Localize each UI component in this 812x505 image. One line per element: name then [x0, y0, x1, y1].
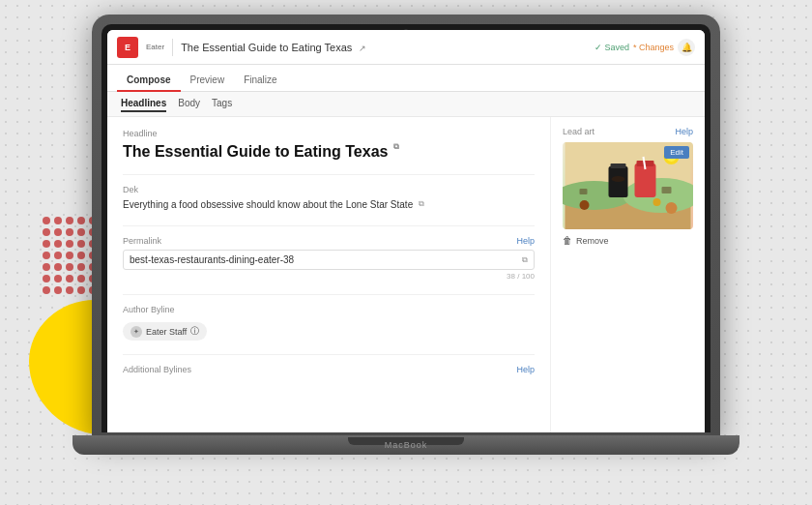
external-link-icon[interactable]: ↗: [359, 44, 366, 53]
sub-tab-body[interactable]: Body: [178, 96, 200, 112]
eater-logo: E: [117, 37, 138, 58]
left-panel: Headline The Essential Guide to Eating T…: [107, 117, 550, 432]
sub-tabs: Headlines Body Tags: [107, 92, 705, 117]
author-byline-label: Author byline: [123, 305, 535, 314]
permalink-label: Permalink: [123, 236, 161, 246]
svg-point-24: [77, 252, 85, 259]
svg-point-42: [43, 286, 50, 294]
svg-rect-60: [580, 189, 588, 194]
lead-art-edit-button[interactable]: Edit: [664, 146, 689, 159]
lead-art-header: Lead art Help: [563, 127, 693, 136]
app-ui: E Eater The Essential Guide to Eating Te…: [107, 30, 705, 432]
svg-point-7: [43, 228, 50, 236]
headline-value: The Essential Guide to Eating Texas ⧉: [123, 142, 535, 161]
divider: [172, 39, 173, 56]
svg-point-37: [66, 275, 73, 282]
lead-art-remove-button[interactable]: 🗑 Remove: [563, 235, 693, 246]
screen-content: E Eater The Essential Guide to Eating Te…: [107, 30, 705, 432]
svg-rect-52: [611, 163, 626, 168]
macbook-label: MacBook: [385, 440, 428, 450]
separator-4: [123, 354, 535, 355]
svg-point-58: [666, 202, 678, 214]
top-bar: E Eater The Essential Guide to Eating Te…: [107, 30, 705, 65]
svg-point-10: [77, 228, 85, 236]
svg-point-21: [43, 252, 50, 259]
author-byline-group: Author byline ✦ Eater Staff ⓘ: [123, 305, 535, 341]
author-info-icon[interactable]: ⓘ: [190, 325, 199, 338]
notification-icon[interactable]: 🔔: [678, 39, 695, 56]
separator-2: [123, 225, 535, 226]
checkmark-icon: ✓: [594, 43, 602, 52]
lead-art-help[interactable]: Help: [675, 127, 693, 136]
svg-point-45: [77, 286, 85, 294]
permalink-char-count: 38 / 100: [123, 272, 535, 281]
svg-point-44: [66, 286, 73, 294]
svg-point-22: [54, 252, 62, 259]
svg-point-15: [54, 240, 62, 248]
sub-tab-tags[interactable]: Tags: [212, 96, 232, 112]
permalink-help[interactable]: Help: [516, 236, 535, 246]
svg-point-57: [580, 200, 590, 210]
top-bar-actions: ✓ Saved * Changes 🔔: [594, 39, 695, 56]
svg-point-8: [54, 228, 62, 236]
svg-point-1: [54, 217, 62, 224]
additional-bylines-help[interactable]: Help: [516, 365, 535, 374]
lead-art-image: Edit: [563, 142, 693, 229]
svg-point-17: [77, 240, 85, 248]
author-byline-tag[interactable]: ✦ Eater Staff ⓘ: [123, 322, 207, 341]
screen-bezel: E Eater The Essential Guide to Eating Te…: [102, 24, 710, 432]
svg-rect-61: [662, 187, 672, 193]
svg-point-0: [43, 217, 50, 224]
svg-point-16: [66, 240, 73, 248]
svg-point-23: [66, 252, 73, 259]
svg-point-31: [77, 263, 85, 271]
additional-bylines-label: Additional bylines: [123, 365, 191, 374]
eater-label: Eater: [146, 43, 164, 51]
permalink-input[interactable]: best-texas-restaurants-dining-eater-38 ⧉: [123, 250, 535, 270]
dek-copy-icon[interactable]: ⧉: [419, 198, 424, 209]
headline-copy-icon[interactable]: ⧉: [393, 142, 399, 152]
dek-value: Everything a food obsessive should know …: [123, 198, 535, 212]
laptop-screen-body: E Eater The Essential Guide to Eating Te…: [92, 15, 720, 440]
trash-icon: 🗑: [563, 235, 572, 246]
svg-point-9: [66, 228, 73, 236]
document-title: The Essential Guide to Eating Texas ↗: [181, 42, 587, 53]
permalink-field-group: Permalink Help best-texas-restaurants-di…: [123, 236, 535, 281]
changes-badge: * Changes: [633, 43, 674, 52]
dek-label: Dek: [123, 185, 535, 194]
svg-point-14: [43, 240, 50, 248]
separator-3: [123, 294, 535, 295]
sub-tab-headlines[interactable]: Headlines: [121, 96, 166, 112]
svg-point-38: [77, 275, 85, 282]
svg-point-2: [66, 217, 73, 224]
author-avatar: ✦: [130, 326, 142, 338]
dek-field-group: Dek Everything a food obsessive should k…: [123, 185, 535, 212]
svg-point-28: [43, 263, 50, 271]
svg-point-43: [54, 286, 62, 294]
permalink-wrapper: best-texas-restaurants-dining-eater-38 ⧉…: [123, 250, 535, 281]
svg-point-59: [653, 198, 661, 206]
svg-point-30: [66, 263, 73, 271]
permalink-copy-icon[interactable]: ⧉: [522, 255, 528, 265]
lead-art-title: Lead art: [563, 127, 594, 136]
svg-point-3: [77, 217, 85, 224]
headline-label: Headline: [123, 129, 535, 138]
tab-preview[interactable]: Preview: [181, 71, 235, 92]
headline-field-group: Headline The Essential Guide to Eating T…: [123, 129, 535, 161]
right-panel: Lead art Help: [550, 117, 705, 432]
svg-point-29: [54, 263, 62, 271]
svg-point-36: [54, 275, 62, 282]
additional-bylines-group: Additional bylines Help: [123, 365, 535, 378]
main-content: Headline The Essential Guide to Eating T…: [107, 117, 705, 432]
separator-1: [123, 174, 535, 175]
tab-compose[interactable]: Compose: [117, 71, 181, 92]
nav-tabs: Compose Preview Finalize: [107, 65, 705, 92]
tab-finalize[interactable]: Finalize: [234, 71, 286, 92]
saved-badge: ✓ Saved: [594, 43, 629, 52]
svg-point-56: [612, 176, 625, 182]
svg-point-35: [43, 275, 50, 282]
